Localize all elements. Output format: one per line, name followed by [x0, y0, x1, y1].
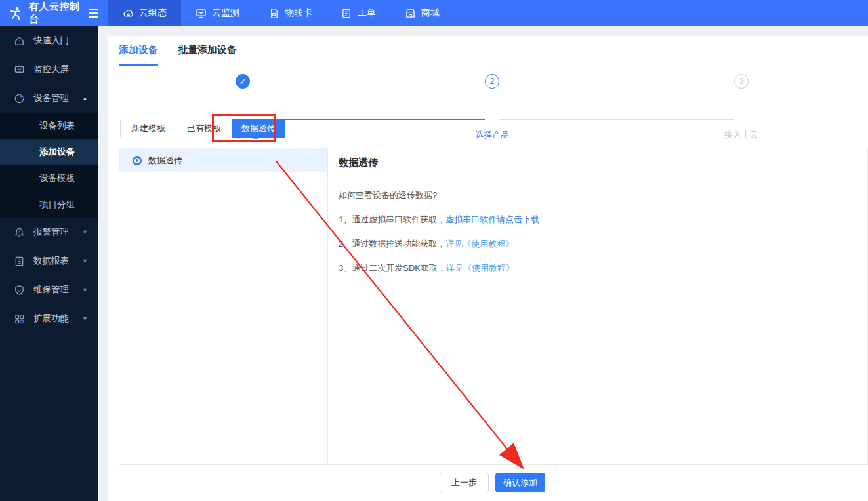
sidebar-item-alarm-management[interactable]: 报警管理 ▼	[0, 218, 98, 247]
tab-add-device[interactable]: 添加设备	[119, 36, 158, 66]
store-icon	[405, 8, 416, 19]
sidebar-item-device-management[interactable]: 设备管理 ▲	[0, 84, 98, 113]
top-bar: 有人云控制台 云组态 云监测 物联卡 工单	[0, 0, 868, 26]
step-2-circle: 2	[485, 74, 499, 89]
stepper: ✓ 2 3 基本信息 选择产品 接入上云	[108, 74, 868, 107]
sidebar-subitem-label: 设备模板	[39, 172, 75, 184]
detail-item-3: 3、通过二次开发SDK获取，详见《使用教程》	[339, 262, 857, 274]
sidebar-item-label: 设备管理	[33, 92, 69, 104]
detail-title: 数据透传	[339, 148, 857, 169]
screen-icon	[14, 64, 25, 75]
shield-icon	[14, 285, 25, 296]
sidebar-item-project-group[interactable]: 项目分组	[0, 191, 98, 218]
tutorial-link-2[interactable]: 详见《使用教程》	[446, 263, 514, 273]
monitor-icon	[196, 8, 207, 19]
tab-data-passthrough[interactable]: 数据透传	[232, 119, 285, 138]
sidebar-item-dashboard[interactable]: 监控大屏	[0, 55, 98, 84]
tab-label: 添加设备	[119, 44, 158, 56]
detail-question: 如何查看设备的透传数据?	[339, 190, 857, 201]
topnav-tab-cloud-scada[interactable]: 云组态	[108, 0, 181, 26]
seg-label: 已有模板	[187, 123, 221, 134]
detail-pane: 数据透传 如何查看设备的透传数据? 1、通过虚拟串口软件获取，虚拟串口软件请点击…	[328, 148, 867, 464]
detail-item-text: 2、通过数据推送功能获取，	[339, 239, 445, 249]
sidebar-item-label: 扩展功能	[33, 313, 69, 325]
app-title: 有人云控制台	[29, 1, 83, 26]
chevron-down-icon: ▼	[82, 315, 88, 322]
option-list: 数据透传	[119, 148, 328, 464]
device-management-submenu: 设备列表 添加设备 设备模板 项目分组	[0, 113, 98, 218]
content-card: 添加设备 批量添加设备 ✓ 2 3 基本信息 选择产品 接入上云	[108, 36, 868, 501]
tutorial-link-1[interactable]: 详见《使用教程》	[445, 239, 514, 249]
sim-card-icon	[268, 8, 279, 19]
sidebar-item-data-report[interactable]: 数据报表 ▼	[0, 247, 98, 275]
radio-selected-icon[interactable]	[133, 156, 142, 165]
topnav-tab-iot-card[interactable]: 物联卡	[254, 0, 327, 26]
page-tabbar: 添加设备 批量添加设备	[108, 36, 868, 66]
topnav-tab-cloud-monitor[interactable]: 云监测	[181, 0, 254, 26]
sidebar-item-label: 数据报表	[33, 255, 69, 267]
topnav-tab-label: 商城	[421, 7, 440, 19]
report-icon	[14, 256, 25, 267]
step-2-label: 选择产品	[453, 129, 531, 141]
hamburger-icon[interactable]	[89, 9, 98, 17]
seg-label: 数据透传	[241, 123, 276, 134]
divider	[339, 178, 857, 178]
passthrough-panel: 数据透传 数据透传 如何查看设备的透传数据? 1、通过虚拟串口软件获取，虚拟串口…	[119, 148, 868, 465]
step-number: 3	[739, 77, 744, 86]
step-number: 2	[490, 77, 495, 86]
sidebar-item-label: 维保管理	[33, 284, 69, 296]
sidebar-subitem-label: 设备列表	[39, 120, 75, 132]
sidebar-item-label: 监控大屏	[33, 64, 69, 75]
sidebar-subitem-label: 项目分组	[39, 199, 75, 210]
seg-label: 新建模板	[131, 123, 165, 134]
chevron-down-icon: ▼	[82, 287, 88, 293]
detail-item-2: 2、通过数据推送功能获取，详见《使用教程》	[339, 238, 857, 250]
sidebar-item-maintenance[interactable]: 维保管理 ▼	[0, 275, 98, 304]
work-order-icon	[341, 8, 352, 19]
sidebar-item-extensions[interactable]: 扩展功能 ▼	[0, 304, 98, 333]
topnav-tab-label: 云监测	[212, 7, 239, 19]
check-icon: ✓	[239, 77, 247, 87]
sidebar: 快速入门 监控大屏 设备管理 ▲ 设备列表 添加设备 设备模板 项目分组 报警管…	[0, 26, 98, 501]
person-logo-icon	[9, 6, 23, 20]
topnav-tab-label: 云组态	[139, 7, 167, 19]
sidebar-item-device-template[interactable]: 设备模板	[0, 165, 98, 191]
chevron-down-icon: ▼	[82, 258, 88, 264]
tab-new-template[interactable]: 新建模板	[120, 119, 176, 138]
step-3-circle: 3	[734, 74, 749, 89]
detail-item-text: 3、通过二次开发SDK获取，	[339, 263, 446, 273]
topnav-tab-label: 工单	[358, 7, 376, 19]
topnav-tab-label: 物联卡	[285, 7, 312, 19]
chevron-down-icon: ▼	[82, 229, 88, 235]
home-icon	[14, 35, 25, 47]
chevron-up-icon: ▲	[82, 95, 88, 102]
list-item-label: 数据透传	[148, 155, 182, 167]
topnav-tab-work-order[interactable]: 工单	[327, 0, 390, 26]
sidebar-item-add-device[interactable]: 添加设备	[0, 139, 98, 165]
template-tab-group: 新建模板 已有模板 数据透传	[120, 119, 285, 138]
main-area: 添加设备 批量添加设备 ✓ 2 3 基本信息 选择产品 接入上云	[98, 26, 868, 501]
tab-batch-add-device[interactable]: 批量添加设备	[178, 36, 237, 66]
apps-grid-icon	[14, 313, 25, 325]
tab-existing-template[interactable]: 已有模板	[176, 119, 232, 138]
device-pie-icon	[14, 93, 25, 104]
previous-step-button[interactable]: 上一步	[440, 473, 489, 492]
tab-label: 批量添加设备	[178, 44, 237, 56]
download-link[interactable]: 虚拟串口软件请点击下载	[445, 214, 539, 224]
sidebar-subitem-label: 添加设备	[39, 146, 75, 158]
confirm-add-button[interactable]: 确认添加	[495, 473, 545, 492]
sidebar-item-label: 报警管理	[33, 226, 69, 238]
detail-item-1: 1、通过虚拟串口软件获取，虚拟串口软件请点击下载	[339, 214, 857, 226]
step-3-label: 接入上云	[702, 129, 781, 141]
sidebar-item-label: 快速入门	[33, 35, 69, 47]
brand: 有人云控制台	[0, 0, 98, 26]
cloud-icon	[123, 8, 134, 19]
list-item-data-passthrough[interactable]: 数据透传	[119, 148, 327, 172]
top-nav: 云组态 云监测 物联卡 工单 商城	[108, 0, 454, 26]
step-connector-pending	[499, 119, 734, 120]
topnav-tab-store[interactable]: 商城	[390, 0, 454, 26]
step-1-circle-done: ✓	[236, 74, 250, 89]
sidebar-item-quick-start[interactable]: 快速入门	[0, 26, 98, 55]
sidebar-item-device-list[interactable]: 设备列表	[0, 113, 98, 139]
alarm-bell-icon	[14, 227, 25, 238]
